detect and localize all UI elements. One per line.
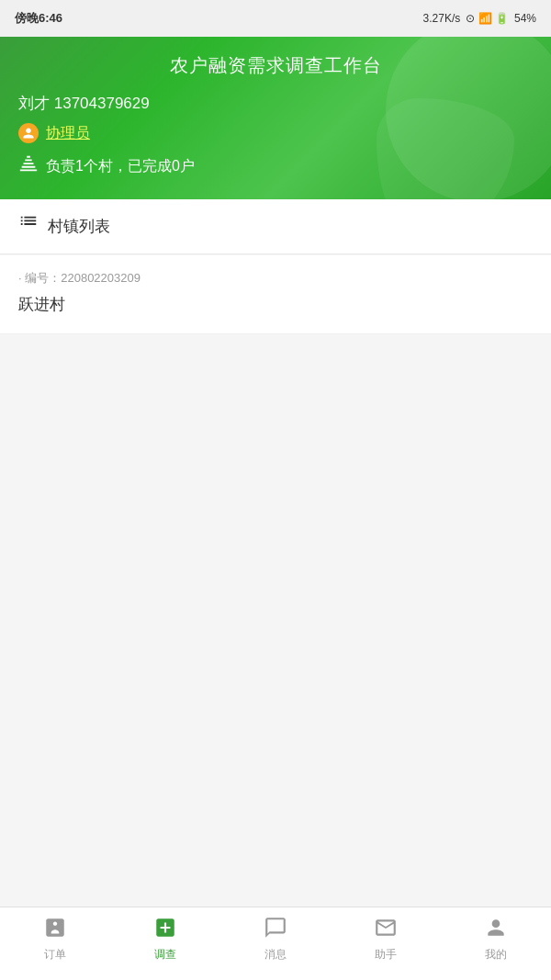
list-item[interactable]: · 编号：220802203209 跃进村 (0, 255, 551, 334)
stats-text: 负责1个村，已完成0户 (46, 157, 195, 176)
section-header: 村镇列表 (0, 199, 551, 254)
status-bar: 傍晚6:46 3.27K/s ⊙ 📶 🔋 54% (0, 0, 551, 37)
stats-icon (18, 154, 39, 179)
header-stats: 负责1个村，已完成0户 (18, 154, 533, 179)
header-title: 农户融资需求调查工作台 (18, 53, 533, 78)
status-right: 3.27K/s ⊙ 📶 🔋 54% (423, 12, 536, 25)
nav-profile-label: 我的 (485, 947, 507, 963)
status-icons: ⊙ 📶 🔋 (466, 12, 509, 25)
status-time: 傍晚6:46 (15, 10, 62, 27)
bottom-nav: 订单 调查 消息 助手 我的 (0, 907, 551, 980)
village-list: · 编号：220802203209 跃进村 (0, 255, 551, 334)
message-icon (264, 916, 287, 943)
order-icon (43, 916, 67, 943)
main-content (0, 334, 551, 896)
nav-order[interactable]: 订单 (0, 916, 110, 963)
role-label[interactable]: 协理员 (46, 124, 90, 143)
status-battery: 54% (514, 12, 536, 25)
header-username: 刘才 13704379629 (18, 93, 533, 114)
nav-survey[interactable]: 调查 (110, 916, 220, 963)
nav-survey-label: 调查 (154, 947, 176, 963)
list-icon (18, 214, 39, 239)
profile-icon (484, 916, 508, 943)
status-network: 3.27K/s (423, 12, 461, 25)
header-banner: 农户融资需求调查工作台 刘才 13704379629 协理员 负责1个村，已完成… (0, 37, 551, 199)
nav-message[interactable]: 消息 (220, 916, 331, 963)
role-icon (18, 123, 39, 143)
header-role-row: 协理员 (18, 123, 533, 143)
nav-helper-label: 助手 (375, 947, 397, 963)
survey-icon (153, 916, 177, 943)
section-title: 村镇列表 (48, 216, 110, 237)
nav-message-label: 消息 (264, 947, 287, 963)
helper-icon (374, 916, 398, 943)
nav-profile[interactable]: 我的 (441, 916, 551, 963)
item-code: · 编号：220802203209 (18, 270, 533, 287)
nav-order-label: 订单 (44, 947, 66, 963)
item-name: 跃进村 (18, 294, 533, 315)
nav-helper[interactable]: 助手 (331, 916, 441, 963)
